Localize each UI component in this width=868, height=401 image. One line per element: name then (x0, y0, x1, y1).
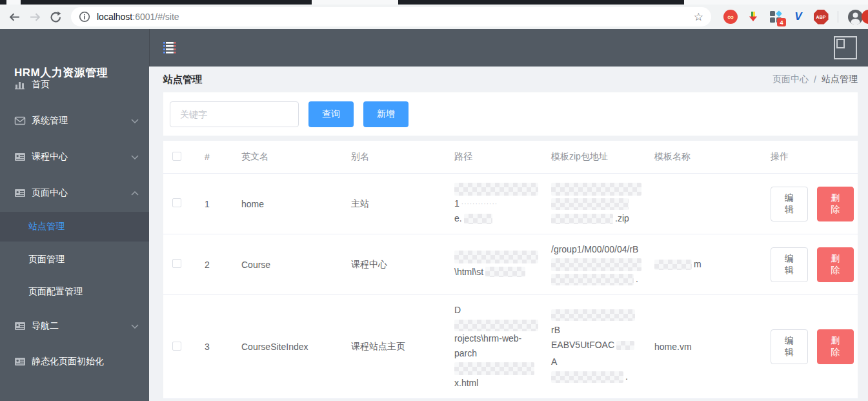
sidebar-item-system[interactable]: 系统管理 (0, 103, 149, 139)
delete-button[interactable]: 删除 (817, 329, 854, 364)
redacted-blur (551, 183, 641, 196)
select-all-checkbox[interactable] (172, 152, 181, 161)
adblock-extension-icon[interactable]: ABP (813, 9, 829, 25)
header-template-name: 模板名称 (645, 141, 762, 173)
v-extension-icon[interactable]: V (791, 9, 806, 25)
table-header-row: # 英文名 别名 路径 模板zip包地址 模板名称 操作 (163, 141, 858, 174)
url-text: localhost:6001/#/site (97, 12, 694, 22)
cell-text-fragment: . (625, 369, 628, 384)
browser-tab-strip (0, 0, 868, 5)
cell-text-fragment: rojects\hrm-web-parch (454, 331, 538, 361)
cell-alias: 课程中心 (342, 251, 445, 278)
profile-avatar-icon[interactable] (847, 9, 863, 25)
row-checkbox[interactable] (172, 259, 181, 268)
infinity-extension-icon[interactable]: ∞ (723, 9, 738, 25)
back-icon[interactable] (4, 6, 25, 27)
search-input[interactable] (170, 101, 299, 127)
app-topbar (149, 29, 868, 67)
redacted-blur (454, 362, 534, 375)
sidebar-subitem-label: 站点管理 (28, 221, 65, 232)
cell-english-name: Course (232, 252, 342, 278)
sidebar-subitem-page-config-management[interactable]: 页面配置管理 (0, 278, 149, 306)
cell-line (551, 257, 641, 272)
squares-extension-icon[interactable]: 4 (768, 9, 783, 25)
cell-index: 2 (196, 252, 232, 278)
extension-badge: 4 (777, 18, 786, 26)
cell-path: \html\st (445, 242, 542, 287)
sidebar-item-course-center[interactable]: 课程中心 (0, 139, 149, 175)
forward-icon[interactable] (25, 6, 45, 27)
bar-chart-icon (14, 79, 26, 90)
redacted-blur (551, 274, 634, 285)
header-template-zip: 模板zip包地址 (542, 141, 645, 173)
breadcrumb-parent[interactable]: 页面中心 (772, 74, 809, 85)
cell-template-name (645, 196, 762, 212)
tab-segment (312, 0, 398, 5)
cell-text-fragment: A (551, 355, 557, 369)
redacted-blur (551, 198, 629, 210)
sidebar-item-home[interactable]: 首页 (0, 67, 149, 103)
page-title: 站点管理 (163, 74, 202, 86)
sidebar-subitem-label: 页面管理 (28, 254, 65, 265)
download-arrow-extension-icon[interactable] (745, 9, 761, 25)
screenshot-fullscreen-icon[interactable] (833, 35, 858, 63)
add-button[interactable]: 新增 (363, 101, 409, 127)
table-body: 1home主站1·············e..zip编辑删除2Course课程… (163, 174, 858, 399)
cell-line (454, 250, 538, 265)
row-checkbox-cell (163, 251, 196, 278)
toolbar-divider (838, 11, 838, 23)
cell-line: x.html (454, 376, 538, 391)
cell-line: .zip (551, 211, 641, 226)
row-checkbox[interactable] (172, 342, 181, 351)
sidebar-item-static-page-init[interactable]: 静态化页面初始化 (0, 344, 149, 380)
cell-line: \html\st (454, 265, 538, 280)
cell-line: EABV5UtFOACA (551, 338, 641, 369)
sidebar: HRM人力资源管理 首页 系统管理 课程中心 页面中心 (0, 29, 149, 401)
cell-text-fragment: \html\st (454, 265, 483, 280)
redacted-blur (616, 341, 634, 350)
id-card-icon (14, 187, 26, 199)
cell-alias: 主站 (342, 190, 445, 218)
sidebar-item-nav-two[interactable]: 导航二 (0, 308, 149, 344)
redacted-blur (454, 183, 538, 196)
page-info-icon[interactable] (79, 11, 90, 23)
delete-button[interactable]: 删除 (817, 247, 854, 282)
redacted-blur (454, 251, 538, 263)
row-checkbox-cell (163, 190, 196, 217)
id-card-icon (14, 320, 26, 332)
page-header: 站点管理 页面中心 / 站点管理 (163, 67, 858, 92)
url-host: localhost (97, 12, 132, 22)
browser-toolbar: localhost:6001/#/site ☆ ∞ 4 V ABP (0, 5, 868, 29)
breadcrumb-current: 站点管理 (822, 74, 858, 85)
cell-line (551, 196, 641, 211)
bookmark-star-icon[interactable]: ☆ (694, 12, 703, 23)
cell-line: . (551, 369, 641, 384)
main-content: 站点管理 页面中心 / 站点管理 查询 新增 # 英文名 别名 路径 模板zip… (149, 67, 868, 401)
cell-text-fragment: D (454, 303, 461, 318)
cell-english-name: CourseSiteIndex (232, 334, 342, 360)
edit-button[interactable]: 编辑 (771, 187, 808, 221)
delete-button[interactable]: 删除 (817, 187, 854, 221)
query-button[interactable]: 查询 (308, 101, 354, 127)
table-row: 2Course课程中心\html\st/group1/M00/00/04/rB.… (163, 234, 858, 295)
cell-line: D (454, 303, 538, 331)
address-bar[interactable]: localhost:6001/#/site ☆ (71, 7, 711, 26)
id-card-icon (14, 151, 26, 163)
row-checkbox[interactable] (172, 198, 181, 207)
edit-button[interactable]: 编辑 (771, 329, 808, 364)
sidebar-subitem-site-management[interactable]: 站点管理 (0, 212, 149, 242)
reload-icon[interactable] (45, 6, 66, 27)
cell-template-zip: .zip (542, 174, 645, 234)
redacted-blur (551, 214, 613, 224)
chevron-down-icon (131, 119, 139, 123)
cell-template-name: m (645, 249, 762, 280)
cell-path: 1·············e. (445, 174, 542, 234)
sidebar-subitem-page-management[interactable]: 页面管理 (0, 245, 149, 274)
edit-button[interactable]: 编辑 (771, 247, 808, 282)
sidebar-subitem-label: 页面配置管理 (28, 286, 83, 298)
cell-text-fragment: .zip (615, 211, 629, 226)
sidebar-item-page-center[interactable]: 页面中心 (0, 175, 149, 211)
cell-text-fragment: . (636, 272, 638, 287)
hamburger-menu-icon[interactable] (163, 41, 176, 57)
cell-index: 1 (196, 191, 232, 217)
